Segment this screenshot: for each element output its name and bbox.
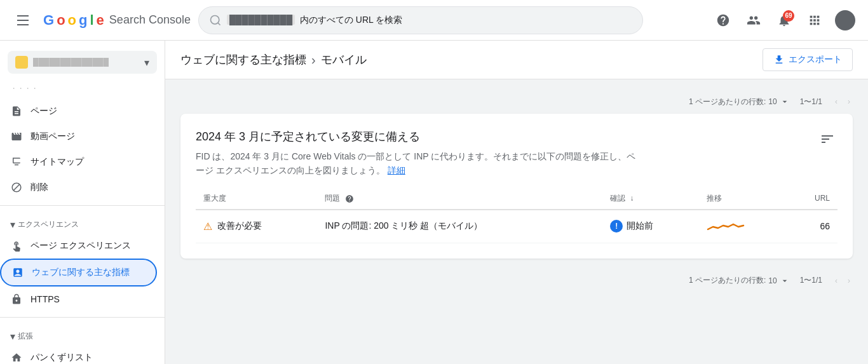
breadcrumb-parent[interactable]: ウェブに関する主な指標 <box>180 52 306 67</box>
property-name: ██████████████ <box>33 58 139 67</box>
next-page-bottom[interactable]: › <box>845 274 853 288</box>
expand-section-header[interactable]: ▾ 拡張 <box>0 323 165 345</box>
expand-section-label: 拡張 <box>18 331 33 342</box>
page-header: ウェブに関する主な指標 › モバイル エクスポート <box>165 41 868 79</box>
manage-users-icon <box>747 13 761 27</box>
sidebar-item-removal[interactable]: 削除 <box>0 175 157 200</box>
sidebar-item-page-label: ページ <box>31 105 57 117</box>
col-trend: 推移 <box>699 188 787 210</box>
breadcrumb-separator: › <box>311 53 316 67</box>
web-vitals-icon <box>11 266 24 279</box>
page-icon <box>10 105 23 118</box>
next-page-top[interactable]: › <box>845 95 853 109</box>
rows-dropdown-bottom[interactable]: 10 <box>768 276 789 286</box>
info-card: 2024 年 3 月に予定されている変更に備える FID は、2024 年 3 … <box>180 114 853 259</box>
warning-icon: ⚠ <box>203 220 212 233</box>
col-severity: 重大度 <box>196 188 317 210</box>
sort-icon: ↓ <box>630 194 634 203</box>
sidebar-item-page-experience[interactable]: ページ エクスペリエンス <box>0 233 157 259</box>
page-range-top: 1〜1/1 <box>800 97 822 107</box>
sidebar-item-breadcrumb[interactable]: パンくずリスト <box>0 345 157 364</box>
chevron-icon: ▾ <box>10 219 15 231</box>
notification-count: 69 <box>783 10 794 22</box>
filter-button[interactable] <box>817 129 837 151</box>
expand-chevron-icon: ▾ <box>10 330 15 342</box>
app-header: G o o g l e Search Console ██████████ 内の… <box>0 0 868 41</box>
content-area: ウェブに関する主な指標 › モバイル エクスポート 1 ページあたりの行数: 1… <box>165 41 868 364</box>
sidebar-item-https[interactable]: HTTPS <box>0 286 157 312</box>
export-button[interactable]: エクスポート <box>763 48 853 71</box>
logo[interactable]: G o o g l e Search Console <box>43 12 191 29</box>
sidebar-item-sitemap[interactable]: サイトマップ <box>0 149 157 175</box>
search-icon <box>209 14 222 27</box>
rows-dropdown-top[interactable]: 10 <box>768 97 789 107</box>
removal-icon <box>10 181 23 194</box>
page-range-bottom: 1〜1/1 <box>800 275 822 286</box>
col-confirm[interactable]: 確認 ↓ <box>602 188 699 210</box>
sidebar-item-web-vitals[interactable]: ウェブに関する主な指標 <box>0 259 157 286</box>
avatar[interactable] <box>832 8 858 33</box>
property-info: ・・・・ <box>0 81 165 98</box>
info-card-title: 2024 年 3 月に予定されている変更に備える <box>196 129 641 144</box>
help-button[interactable] <box>710 8 736 33</box>
sidebar-item-page[interactable]: ページ <box>0 98 157 124</box>
prev-page-bottom[interactable]: ‹ <box>832 274 840 288</box>
breadcrumb: ウェブに関する主な指標 › モバイル <box>180 52 367 67</box>
notifications-button[interactable]: 69 <box>771 8 797 33</box>
info-card-title-desc: 2024 年 3 月に予定されている変更に備える FID は、2024 年 3 … <box>196 129 641 178</box>
main-content: ██████████████ ▾ ・・・・ ページ 動画ページ <box>0 41 868 364</box>
sidebar-item-web-vitals-label: ウェブに関する主な指標 <box>32 267 130 278</box>
sidebar: ██████████████ ▾ ・・・・ ページ 動画ページ <box>0 41 165 364</box>
info-card-link[interactable]: 詳細 <box>388 165 405 175</box>
sidebar-item-breadcrumb-label: パンくずリスト <box>31 352 93 363</box>
experience-section-header[interactable]: ▾ エクスペリエンス <box>0 211 165 233</box>
search-bar[interactable]: ██████████ 内のすべての URL を検索 <box>198 6 643 34</box>
status-cell: ! 開始前 <box>610 220 691 233</box>
property-dropdown-icon: ▾ <box>144 57 149 69</box>
table-row[interactable]: ⚠ 改善が必要 INP の問題: 200 ミリ秒 超（モバイル） <box>196 210 837 243</box>
prev-page-top[interactable]: ‹ <box>832 95 840 109</box>
filter-icon <box>820 131 835 147</box>
status-icon: ! <box>610 220 623 233</box>
apps-icon <box>808 13 822 27</box>
video-icon <box>10 130 23 143</box>
help-icon <box>716 13 730 27</box>
page-experience-icon <box>10 239 23 252</box>
col-url: URL <box>787 188 837 210</box>
sidebar-item-removal-label: 削除 <box>31 182 48 193</box>
sparkline <box>707 218 745 233</box>
sidebar-item-video-label: 動画ページ <box>31 131 75 142</box>
severity-cell: ⚠ 改善が必要 <box>203 220 309 233</box>
sitemap-icon <box>10 156 23 168</box>
https-icon <box>10 293 23 306</box>
url-count: 66 <box>787 210 837 243</box>
rows-per-page-top: 1 ページあたりの行数: 10 <box>689 97 790 107</box>
manage-users-button[interactable] <box>741 8 766 33</box>
pagination-controls-top: ‹ › <box>832 95 853 109</box>
dropdown-bottom-icon <box>780 276 790 286</box>
menu-button[interactable] <box>10 8 36 33</box>
breadcrumb-nav-icon <box>10 351 23 364</box>
apps-button[interactable] <box>802 8 827 33</box>
rows-label-top: 1 ページあたりの行数: <box>689 97 766 107</box>
property-icon <box>15 56 28 69</box>
rows-per-page-bottom: 1 ページあたりの行数: 10 <box>689 275 790 286</box>
sidebar-item-https-label: HTTPS <box>31 294 60 304</box>
experience-section-label: エクスペリエンス <box>18 219 79 230</box>
sidebar-item-page-experience-label: ページ エクスペリエンス <box>31 240 131 252</box>
status-label: 開始前 <box>627 220 653 232</box>
col-issue: 問題 <box>317 188 602 210</box>
info-card-description: FID は、2024 年 3 月に Core Web Vitals の一部として… <box>196 149 641 178</box>
dropdown-icon <box>780 97 790 107</box>
search-input[interactable]: ██████████ 内のすべての URL を検索 <box>227 15 632 26</box>
content-inner: 1 ページあたりの行数: 10 1〜1/1 ‹ › <box>165 79 868 303</box>
pagination-top: 1 ページあたりの行数: 10 1〜1/1 ‹ › <box>180 90 853 114</box>
info-card-header: 2024 年 3 月に予定されている変更に備える FID は、2024 年 3 … <box>196 129 837 178</box>
property-selector[interactable]: ██████████████ ▾ <box>8 51 157 74</box>
sidebar-item-video[interactable]: 動画ページ <box>0 124 157 149</box>
divider-1 <box>0 205 165 206</box>
issues-table: 重大度 問題 確認 ↓ <box>196 188 837 243</box>
issue-main: INP の問題: 200 ミリ秒 超（モバイル） <box>325 220 482 231</box>
issue-help-icon[interactable] <box>342 194 354 203</box>
pagination-bottom: 1 ページあたりの行数: 10 1〜1/1 ‹ › <box>180 269 853 293</box>
